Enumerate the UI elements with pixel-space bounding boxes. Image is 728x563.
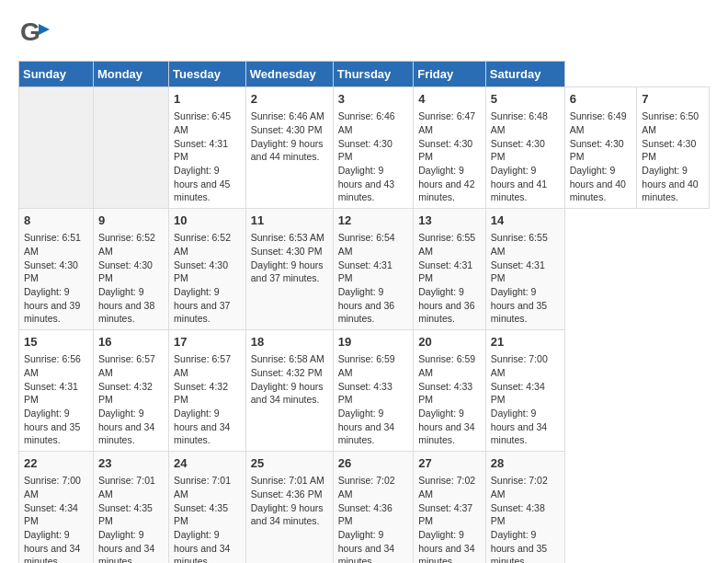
sunset-text: Sunset: 4:30 PM <box>418 138 472 163</box>
weekday-header-friday: Friday <box>414 62 486 87</box>
sunset-text: Sunset: 4:30 PM <box>98 259 153 284</box>
sunrise-text: Sunrise: 7:01 AM <box>98 475 155 500</box>
calendar-cell: 8Sunrise: 6:51 AMSunset: 4:30 PMDaylight… <box>19 209 94 330</box>
sunrise-text: Sunrise: 6:46 AM <box>251 110 324 121</box>
page-header: G <box>18 15 710 52</box>
weekday-header-sunday: Sunday <box>19 62 94 87</box>
sunrise-text: Sunrise: 6:59 AM <box>338 353 395 378</box>
calendar-cell: 18Sunrise: 6:58 AMSunset: 4:32 PMDayligh… <box>245 330 333 452</box>
day-number: 24 <box>174 455 241 472</box>
daylight-text: Daylight: 9 hours and 34 minutes. <box>24 529 80 563</box>
calendar-cell: 4Sunrise: 6:47 AMSunset: 4:30 PMDaylight… <box>414 87 486 209</box>
calendar-week-4: 22Sunrise: 7:00 AMSunset: 4:34 PMDayligh… <box>19 452 710 564</box>
day-number: 27 <box>418 455 481 472</box>
calendar-table: SundayMondayTuesdayWednesdayThursdayFrid… <box>18 61 710 563</box>
day-number: 2 <box>251 91 328 108</box>
day-number: 20 <box>418 334 481 350</box>
sunrise-text: Sunrise: 7:02 AM <box>338 475 395 500</box>
sunset-text: Sunset: 4:33 PM <box>338 381 392 406</box>
sunrise-text: Sunrise: 6:57 AM <box>174 353 231 378</box>
calendar-cell: 3Sunrise: 6:46 AMSunset: 4:30 PMDaylight… <box>333 87 413 209</box>
sunset-text: Sunset: 4:38 PM <box>491 502 545 527</box>
sunset-text: Sunset: 4:32 PM <box>174 381 228 406</box>
calendar-cell: 20Sunrise: 6:59 AMSunset: 4:33 PMDayligh… <box>414 330 486 452</box>
day-number: 16 <box>98 334 164 350</box>
sunrise-text: Sunrise: 6:51 AM <box>24 232 81 257</box>
sunset-text: Sunset: 4:35 PM <box>98 502 153 527</box>
sunrise-text: Sunrise: 6:48 AM <box>491 110 548 135</box>
sunrise-text: Sunrise: 6:56 AM <box>24 353 81 378</box>
daylight-text: Daylight: 9 hours and 34 minutes. <box>174 408 230 445</box>
day-number: 15 <box>24 334 88 350</box>
calendar-cell: 23Sunrise: 7:01 AMSunset: 4:35 PMDayligh… <box>93 452 168 564</box>
weekday-header-monday: Monday <box>93 62 168 87</box>
daylight-text: Daylight: 9 hours and 36 minutes. <box>338 286 394 324</box>
sunset-text: Sunset: 4:33 PM <box>418 381 472 406</box>
calendar-cell: 14Sunrise: 6:55 AMSunset: 4:31 PMDayligh… <box>485 209 564 330</box>
sunset-text: Sunset: 4:30 PM <box>24 259 78 284</box>
calendar-cell: 11Sunrise: 6:53 AMSunset: 4:30 PMDayligh… <box>245 209 333 330</box>
daylight-text: Daylight: 9 hours and 36 minutes. <box>418 286 474 324</box>
daylight-text: Daylight: 9 hours and 34 minutes. <box>98 529 154 563</box>
calendar-cell: 21Sunrise: 7:00 AMSunset: 4:34 PMDayligh… <box>485 330 564 452</box>
sunrise-text: Sunrise: 6:46 AM <box>338 110 395 135</box>
daylight-text: Daylight: 9 hours and 34 minutes. <box>418 529 474 563</box>
calendar-week-2: 8Sunrise: 6:51 AMSunset: 4:30 PMDaylight… <box>19 209 710 330</box>
sunrise-text: Sunrise: 6:58 AM <box>251 353 324 364</box>
daylight-text: Daylight: 9 hours and 34 minutes. <box>491 408 547 445</box>
sunrise-text: Sunrise: 6:47 AM <box>418 110 475 135</box>
calendar-cell: 19Sunrise: 6:59 AMSunset: 4:33 PMDayligh… <box>333 330 413 452</box>
sunset-text: Sunset: 4:32 PM <box>98 381 153 406</box>
sunset-text: Sunset: 4:37 PM <box>418 502 472 527</box>
daylight-text: Daylight: 9 hours and 34 minutes. <box>251 381 324 406</box>
daylight-text: Daylight: 9 hours and 44 minutes. <box>251 138 324 163</box>
sunrise-text: Sunrise: 6:52 AM <box>98 232 155 257</box>
daylight-text: Daylight: 9 hours and 38 minutes. <box>98 286 154 324</box>
logo: G <box>18 15 55 52</box>
sunset-text: Sunset: 4:31 PM <box>24 381 78 406</box>
day-number: 7 <box>642 91 704 108</box>
sunset-text: Sunset: 4:34 PM <box>24 502 78 527</box>
calendar-cell: 27Sunrise: 7:02 AMSunset: 4:37 PMDayligh… <box>414 452 486 564</box>
sunrise-text: Sunrise: 6:52 AM <box>174 232 231 257</box>
weekday-header-wednesday: Wednesday <box>245 62 333 87</box>
calendar-cell: 16Sunrise: 6:57 AMSunset: 4:32 PMDayligh… <box>93 330 168 452</box>
day-number: 26 <box>338 455 408 472</box>
weekday-header-thursday: Thursday <box>333 62 413 87</box>
sunset-text: Sunset: 4:30 PM <box>570 138 624 163</box>
daylight-text: Daylight: 9 hours and 34 minutes. <box>174 529 230 563</box>
day-number: 6 <box>570 91 632 108</box>
weekday-header-tuesday: Tuesday <box>169 62 246 87</box>
sunset-text: Sunset: 4:30 PM <box>251 124 323 135</box>
calendar-cell: 13Sunrise: 6:55 AMSunset: 4:31 PMDayligh… <box>414 209 486 330</box>
calendar-cell: 12Sunrise: 6:54 AMSunset: 4:31 PMDayligh… <box>333 209 413 330</box>
day-number: 3 <box>338 91 408 108</box>
calendar-cell: 22Sunrise: 7:00 AMSunset: 4:34 PMDayligh… <box>19 452 94 564</box>
svg-text:G: G <box>20 17 40 46</box>
day-number: 5 <box>491 91 560 108</box>
sunrise-text: Sunrise: 6:45 AM <box>174 110 231 135</box>
sunset-text: Sunset: 4:31 PM <box>338 259 392 284</box>
sunset-text: Sunset: 4:31 PM <box>174 138 228 163</box>
sunset-text: Sunset: 4:36 PM <box>338 502 392 527</box>
sunrise-text: Sunrise: 7:02 AM <box>491 475 548 500</box>
sunset-text: Sunset: 4:30 PM <box>174 259 228 284</box>
calendar-cell: 17Sunrise: 6:57 AMSunset: 4:32 PMDayligh… <box>169 330 246 452</box>
weekday-header-saturday: Saturday <box>485 62 564 87</box>
daylight-text: Daylight: 9 hours and 37 minutes. <box>174 286 230 324</box>
day-number: 17 <box>174 334 241 350</box>
calendar-cell: 7Sunrise: 6:50 AMSunset: 4:30 PMDaylight… <box>637 87 710 209</box>
daylight-text: Daylight: 9 hours and 43 minutes. <box>338 165 394 202</box>
day-number: 19 <box>338 334 408 350</box>
day-number: 8 <box>24 213 88 229</box>
sunset-text: Sunset: 4:36 PM <box>251 488 323 500</box>
sunrise-text: Sunrise: 6:50 AM <box>642 110 699 135</box>
calendar-cell: 15Sunrise: 6:56 AMSunset: 4:31 PMDayligh… <box>19 330 94 452</box>
sunrise-text: Sunrise: 7:01 AM <box>174 475 231 500</box>
sunset-text: Sunset: 4:30 PM <box>338 138 392 163</box>
calendar-cell: 10Sunrise: 6:52 AMSunset: 4:30 PMDayligh… <box>169 209 246 330</box>
day-number: 18 <box>251 334 328 350</box>
sunset-text: Sunset: 4:34 PM <box>491 381 545 406</box>
sunrise-text: Sunrise: 6:53 AM <box>251 232 324 243</box>
sunset-text: Sunset: 4:31 PM <box>491 259 545 284</box>
